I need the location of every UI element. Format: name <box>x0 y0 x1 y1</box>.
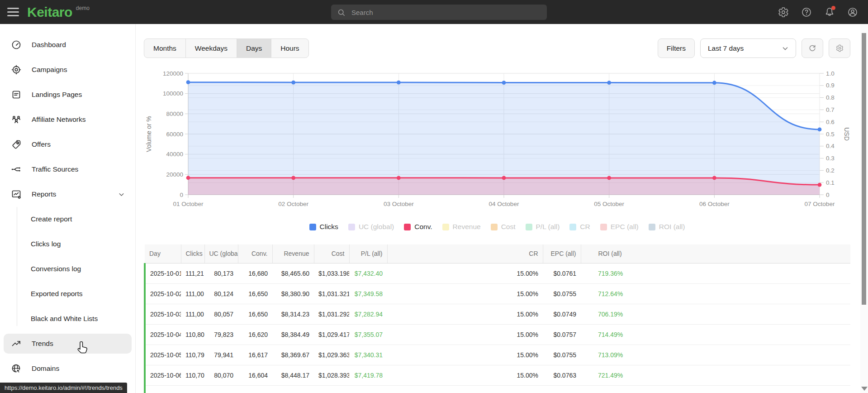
sidebar-item-traffic-sources[interactable]: Traffic Sources <box>4 159 132 179</box>
legend-swatch <box>442 224 449 230</box>
help-icon[interactable] <box>801 7 812 18</box>
legend-item-uc-global-[interactable]: UC (global) <box>348 223 394 231</box>
legend-label: CR <box>580 223 590 231</box>
data-point-clicks <box>607 81 611 85</box>
sidebar-item-label: Trends <box>32 340 53 348</box>
data-point-conv- <box>502 176 506 180</box>
cell-epc-all-: $0.0749 <box>543 304 581 324</box>
cell-uc-global-: 79,941 <box>204 345 238 365</box>
legend-swatch <box>600 224 607 230</box>
topbar-icons <box>778 0 858 24</box>
column-header-cost: Cost <box>314 244 349 263</box>
sidebar-item-domains[interactable]: Domains <box>4 359 132 379</box>
cell-p-l-all-: $7,419.78 <box>349 365 387 385</box>
cell-epc-all-: $0.0755 <box>543 283 581 304</box>
axis-label: 0.8 <box>826 94 835 101</box>
column-header-revenue: Revenue <box>272 244 314 263</box>
cell-revenue: $8,384.49 <box>272 324 314 345</box>
data-point-conv- <box>186 176 190 180</box>
axis-label: 20000 <box>166 171 183 178</box>
search-icon <box>337 8 346 17</box>
legend-item-roi-all-[interactable]: ROI (all) <box>649 223 685 231</box>
table-row: 2025-10-05110,7979,94116,617$8,369.67$1,… <box>145 345 850 365</box>
sidebar-item-affiliate-networks[interactable]: Affiliate Networks <box>4 110 132 129</box>
legend-item-cost[interactable]: Cost <box>491 223 516 231</box>
sidebar-item-trends[interactable]: Trends <box>4 334 132 354</box>
traffic-icon <box>11 164 22 175</box>
sidebar-item-clicks-log[interactable]: Clicks log <box>0 234 135 254</box>
legend-item-conv-[interactable]: Conv. <box>404 223 432 231</box>
cell-uc-global-: 79,823 <box>204 324 238 345</box>
date-range-select[interactable]: Last 7 days <box>700 38 796 58</box>
column-header-epc-all-: EPC (all) <box>543 244 581 263</box>
cell-clicks: 44,40 <box>181 385 204 393</box>
axis-label: 0.6 <box>826 119 835 125</box>
tab-months[interactable]: Months <box>144 39 185 58</box>
sidebar-item-conversions-log[interactable]: Conversions log <box>0 259 135 279</box>
cell-cr: 15.00% <box>387 304 543 324</box>
refresh-button[interactable] <box>802 38 823 58</box>
cell-day: 2025-10-07 <box>145 385 181 393</box>
cell-cr: 15.00% <box>387 324 543 345</box>
settings-icon[interactable] <box>778 7 789 18</box>
cell-day: 2025-10-01 <box>145 263 181 283</box>
sidebar-item-offers[interactable]: SOffers <box>4 134 132 154</box>
tab-weekdays[interactable]: Weekdays <box>185 39 237 58</box>
legend-item-p-l-all-[interactable]: P/L (all) <box>526 223 560 231</box>
legend-item-revenue[interactable]: Revenue <box>442 223 481 231</box>
scrollbar-thumb[interactable] <box>862 33 866 305</box>
axis-label: 0.5 <box>826 131 835 138</box>
axis-label: 1.0 <box>826 70 835 77</box>
data-point-clicks <box>818 128 822 132</box>
cell-revenue: $3,269.04 <box>272 385 314 393</box>
sidebar-item-black-and-white-lists[interactable]: Black and White Lists <box>0 309 135 329</box>
cell-day: 2025-10-05 <box>145 345 181 365</box>
table-row: 2025-10-02111,0080,12416,650$8,380.90$1,… <box>145 283 850 304</box>
axis-label: Volume or % <box>145 116 152 152</box>
legend-item-epc-all-[interactable]: EPC (all) <box>600 223 639 231</box>
sidebar-item-label: Domains <box>32 364 59 373</box>
legend-item-clicks[interactable]: Clicks <box>309 223 338 231</box>
scrollbar-down-arrow[interactable] <box>861 387 868 391</box>
axis-label: 0.4 <box>826 143 835 149</box>
scrollbar-track[interactable] <box>860 24 868 393</box>
trends-table: DayClicksUC (global)Conv.RevenueCostP/L … <box>144 244 850 393</box>
status-url: https://demo.keitaro.io/admin/#!/trends/… <box>0 383 127 393</box>
cell-conv-: 16,650 <box>238 304 272 324</box>
account-icon[interactable] <box>847 7 858 18</box>
axis-label: 0.7 <box>826 106 835 113</box>
tab-hours[interactable]: Hours <box>271 39 308 58</box>
menu-toggle-icon[interactable] <box>7 5 19 19</box>
legend-swatch <box>404 224 411 230</box>
cell-epc-all-: $0.0755 <box>543 345 581 365</box>
cell-revenue: $8,369.67 <box>272 345 314 365</box>
legend-swatch <box>309 224 316 230</box>
notifications-icon[interactable] <box>824 7 835 18</box>
date-range-value: Last 7 days <box>708 44 781 53</box>
cell-uc-global-: 80,057 <box>204 304 238 324</box>
axis-label: 40000 <box>166 151 183 158</box>
legend-label: UC (global) <box>359 223 394 231</box>
data-point-conv- <box>291 176 295 180</box>
axis-label: 06 October <box>699 201 730 207</box>
chart-settings-button[interactable] <box>829 38 850 58</box>
cell-roi-all-: 531.84% <box>581 385 850 393</box>
table-row: 2025-10-01111,2180,17316,680$8,465.60$1,… <box>145 263 850 283</box>
sidebar-item-reports[interactable]: Reports <box>4 184 132 204</box>
data-point-clicks <box>186 80 190 84</box>
sidebar-item-exported-reports[interactable]: Exported reports <box>0 284 135 304</box>
sidebar-item-dashboard[interactable]: Dashboard <box>4 35 132 55</box>
cell-clicks: 110,80 <box>181 324 204 345</box>
table-row: 2025-10-03111,0080,05716,650$8,314.23$1,… <box>145 304 850 324</box>
brand-logo[interactable]: Keitaro <box>27 0 72 24</box>
legend-item-cr[interactable]: CR <box>569 223 590 231</box>
cell-roi-all-: 713.09% <box>581 345 850 365</box>
sidebar-item-landings-pages[interactable]: Landings Pages <box>4 85 132 105</box>
filters-button[interactable]: Filters <box>658 38 695 58</box>
sidebar-item-create-report[interactable]: Create report <box>0 209 135 229</box>
sidebar-item-campaigns[interactable]: Campaigns <box>4 60 132 80</box>
cell-revenue: $8,314.23 <box>272 304 314 324</box>
axis-label: 80000 <box>166 110 183 117</box>
tab-days[interactable]: Days <box>237 39 271 58</box>
search-input[interactable] <box>351 8 547 17</box>
